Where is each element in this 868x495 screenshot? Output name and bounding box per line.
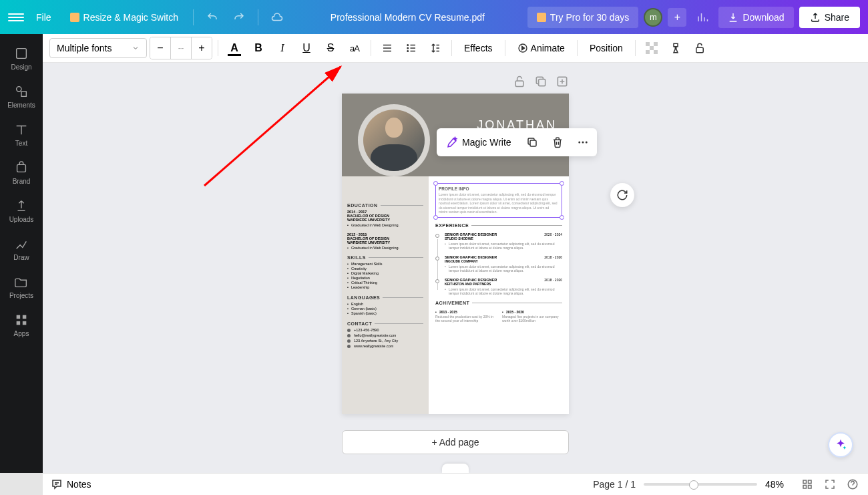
education-item[interactable]: 2014 - 2017 BACHELOR OF DESIGN WARDIERE … (347, 210, 423, 227)
svg-point-1 (17, 87, 21, 92)
transparency-button[interactable] (641, 37, 662, 59)
redo-button[interactable] (228, 7, 250, 28)
sidepanel-projects[interactable]: Projects (0, 268, 43, 306)
svg-line-26 (204, 67, 341, 186)
profile-info-selected[interactable]: PROFILE INFO Lorem ipsum dolor sit amet,… (435, 183, 562, 218)
svg-rect-2 (21, 92, 26, 96)
canvas-area[interactable]: JONATHANPATTERSON EDUCATION 2014 - 2017 … (43, 63, 868, 473)
side-panel: Design Elements Text Brand Uploads Draw … (0, 34, 43, 473)
sidepanel-draw[interactable]: Draw (0, 230, 43, 268)
resize-button[interactable]: Resize & Magic Switch (63, 8, 185, 27)
share-button[interactable]: Share (799, 7, 860, 28)
page-actions (342, 75, 569, 88)
list-button[interactable] (401, 37, 422, 59)
education-item[interactable]: 2012 - 2015 BACHELOR OF DESIGN WARDIERE … (347, 232, 423, 250)
try-pro-button[interactable]: Try Pro for 30 days (527, 7, 639, 28)
effects-button[interactable]: Effects (457, 39, 499, 57)
sidepanel-apps[interactable]: Apps (0, 306, 43, 344)
assistant-fab[interactable] (828, 432, 853, 458)
contact-address[interactable]: 123 Anywhere St., Any City (347, 339, 423, 343)
cloud-sync-icon[interactable] (266, 7, 288, 28)
contact-website[interactable]: www.reallygreatsite.com (347, 344, 423, 348)
skills-title[interactable]: SKILLS (347, 255, 423, 260)
contact-email[interactable]: hello@reallygreatsite.com (347, 333, 423, 337)
page-bar-handle[interactable] (442, 464, 469, 473)
contact-phone[interactable]: +123-456-7890 (347, 328, 423, 332)
uppercase-button[interactable]: aA (344, 37, 365, 59)
more-button[interactable] (573, 132, 593, 152)
profile-photo[interactable] (363, 110, 425, 171)
skills-list[interactable]: Management SkillsCreativityDigital Marke… (347, 262, 423, 289)
add-member-button[interactable]: + (668, 8, 686, 27)
red-arrow-annotation (198, 63, 351, 194)
svg-rect-6 (17, 321, 21, 325)
crown-icon (70, 13, 79, 22)
resize-handle[interactable] (433, 181, 438, 186)
regenerate-button[interactable] (610, 183, 634, 207)
strikethrough-button[interactable]: S (320, 37, 341, 59)
delete-button[interactable] (548, 132, 568, 152)
svg-rect-27 (803, 480, 807, 484)
notes-button[interactable]: Notes (51, 478, 91, 490)
user-avatar[interactable]: m (644, 8, 662, 27)
experience-item[interactable]: SENIOR GRAPHIC DESIGNER INGOUDE COMPANY … (435, 255, 562, 273)
increase-size-button[interactable]: + (192, 37, 212, 59)
zoom-value[interactable]: 48% (765, 479, 792, 490)
education-title[interactable]: EDUCATION (347, 203, 423, 208)
fullscreen-button[interactable] (823, 477, 837, 492)
page-indicator[interactable]: Page 1 / 1 (593, 479, 636, 490)
font-size-group: − -- + (150, 37, 212, 59)
bold-button[interactable]: B (248, 37, 269, 59)
text-color-button[interactable]: A (224, 37, 245, 59)
insights-button[interactable] (692, 7, 713, 28)
achievement-row[interactable]: 2013 - 2015Reduced the production cost b… (435, 310, 562, 323)
position-button[interactable]: Position (583, 39, 630, 57)
divider (193, 9, 194, 25)
experience-item[interactable]: SENIOR GRAPHIC DESIGNER KEITHSTON AND PA… (435, 278, 562, 295)
lock-button[interactable] (689, 37, 710, 59)
resize-handle[interactable] (433, 215, 438, 220)
spacing-button[interactable] (425, 37, 446, 59)
experience-item[interactable]: SENIOR GRAPHIC DESIGNER STUDIO SHODWE 20… (435, 232, 562, 250)
sidepanel-brand[interactable]: Brand (0, 154, 43, 192)
copy-style-button[interactable] (665, 37, 686, 59)
svg-rect-16 (646, 50, 650, 54)
add-page-icon[interactable] (556, 75, 569, 88)
menu-button[interactable] (8, 9, 24, 25)
duplicate-page-icon[interactable] (534, 75, 548, 88)
experience-title[interactable]: EXPERIENCE (435, 223, 562, 228)
svg-rect-0 (17, 49, 27, 59)
lock-page-icon[interactable] (513, 75, 526, 88)
languages-title[interactable]: LANGUAGES (347, 295, 423, 300)
file-menu[interactable]: File (29, 8, 58, 27)
italic-button[interactable]: I (272, 37, 293, 59)
animate-button[interactable]: Animate (511, 39, 572, 57)
contact-title[interactable]: CONTACT (347, 321, 423, 326)
svg-point-23 (578, 142, 580, 144)
document-title[interactable]: Professional Modern CV Resume.pdf (293, 12, 522, 23)
sidepanel-text[interactable]: Text (0, 116, 43, 154)
sidepanel-elements[interactable]: Elements (0, 77, 43, 116)
svg-rect-14 (654, 42, 658, 46)
resize-handle[interactable] (560, 181, 564, 186)
languages-list[interactable]: EnglishGerman (basic)Spanish (basic) (347, 302, 423, 315)
duplicate-button[interactable] (522, 132, 542, 152)
resize-handle[interactable] (560, 215, 564, 220)
font-select[interactable]: Multiple fonts (49, 38, 147, 58)
underline-button[interactable]: U (296, 37, 317, 59)
svg-point-8 (407, 45, 409, 46)
alignment-button[interactable] (377, 37, 398, 59)
decrease-size-button[interactable]: − (150, 37, 170, 59)
sidepanel-design[interactable]: Design (0, 39, 43, 77)
undo-button[interactable] (202, 7, 223, 28)
add-page-button[interactable]: + Add page (342, 430, 569, 454)
font-size-value[interactable]: -- (170, 37, 192, 59)
zoom-slider[interactable] (644, 483, 757, 486)
achievement-title[interactable]: ACHIVEMENT (435, 301, 562, 305)
magic-write-button[interactable]: Magic Write (441, 134, 517, 151)
sidepanel-uploads[interactable]: Uploads (0, 192, 43, 230)
download-button[interactable]: Download (718, 7, 793, 28)
grid-view-button[interactable] (800, 477, 815, 492)
resume-left-column: EDUCATION 2014 - 2017 BACHELOR OF DESIGN… (342, 176, 429, 414)
help-button[interactable] (845, 477, 860, 492)
